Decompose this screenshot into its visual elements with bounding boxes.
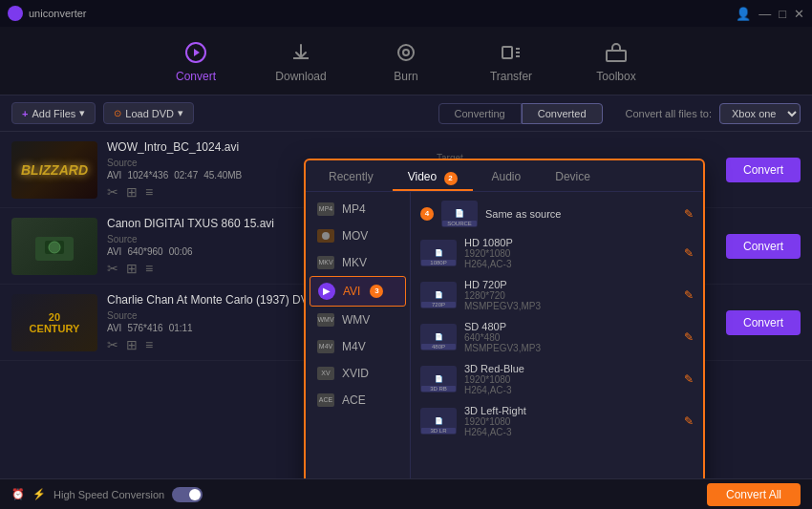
hd720-icon: 📄 720P — [420, 282, 457, 308]
format-mkv-label: MKV — [342, 256, 367, 269]
nav-download-label: Download — [275, 70, 326, 83]
add-files-chevron: ▾ — [79, 107, 85, 119]
preset-sd480-edit[interactable]: ✎ — [684, 330, 694, 344]
load-dvd-button[interactable]: ⊙ Load DVD ▾ — [103, 102, 194, 124]
preset-3d-rb-edit[interactable]: ✎ — [684, 372, 694, 386]
tab-converted[interactable]: Converted — [522, 103, 603, 124]
settings-icon-3[interactable]: ⊞ — [126, 337, 138, 352]
cut-icon-3[interactable]: ✂ — [107, 337, 118, 352]
speed-toggle[interactable] — [172, 487, 203, 502]
play-icon: ▶ — [318, 283, 335, 300]
preset-list: 4 📄 SOURCE Same as source ✎ 📄 1080P — [411, 192, 703, 478]
add-files-button[interactable]: + Add Files ▾ — [11, 102, 96, 124]
cut-icon-2[interactable]: ✂ — [107, 261, 118, 276]
preset-3d-lr-detail2: H264,AC-3 — [464, 427, 676, 437]
format-m4v[interactable]: M4V M4V — [306, 333, 410, 360]
badge-4: 4 — [420, 207, 434, 221]
nav-burn-label: Burn — [394, 70, 417, 83]
convert-area-3: Convert — [726, 310, 801, 335]
preset-3d-rb-detail1: 1920*1080 — [464, 374, 676, 385]
load-dvd-label: Load DVD — [125, 108, 174, 119]
preset-hd1080[interactable]: 📄 1080P HD 1080P 1920*1080 H264,AC-3 ✎ — [415, 232, 699, 274]
charlie-thumbnail: 20CENTURY — [11, 294, 97, 351]
nav-convert[interactable]: Convert — [162, 39, 229, 83]
sd480-icon: 📄 480P — [420, 324, 457, 350]
user-icon[interactable]: 👤 — [736, 7, 751, 21]
mov-icon — [317, 229, 334, 243]
toolbox-icon — [603, 39, 630, 66]
convert-area-2: Convert — [726, 234, 801, 259]
close-icon[interactable]: ✕ — [794, 7, 804, 21]
badge-2: 2 — [444, 172, 458, 185]
convert-button-2[interactable]: Convert — [726, 234, 801, 259]
format-mov[interactable]: MOV — [306, 223, 410, 249]
preset-same-source[interactable]: 4 📄 SOURCE Same as source ✎ — [415, 196, 699, 232]
nav-transfer-label: Transfer — [490, 70, 532, 83]
window-controls: 👤 — □ ✕ — [736, 7, 804, 21]
convert-all-button[interactable]: Convert All — [707, 483, 801, 506]
format-wmv[interactable]: WMV WMV — [306, 307, 410, 333]
settings-icon-2[interactable]: ⊞ — [126, 261, 138, 276]
source-format-1: AVI — [107, 170, 121, 180]
menu-icon-3[interactable]: ≡ — [145, 337, 153, 352]
top-nav: Convert Download Burn Transfer — [0, 27, 812, 95]
nav-burn[interactable]: Burn — [373, 39, 439, 83]
format-avi[interactable]: ▶ AVI 3 — [310, 276, 406, 307]
menu-icon-1[interactable]: ≡ — [145, 184, 153, 200]
nav-toolbox[interactable]: Toolbox — [583, 39, 650, 83]
speed-label: High Speed Conversion — [53, 489, 164, 500]
file-thumb-1: BLIZZARD — [11, 141, 97, 199]
bottom-left: ⏰ ⚡ High Speed Conversion — [11, 487, 203, 502]
3d-lr-icon: 📄 3D LR — [420, 408, 457, 435]
preset-3d-rb-detail2: H264,AC-3 — [464, 385, 676, 395]
file-thumb-2 — [11, 218, 97, 275]
format-ace[interactable]: ACE ACE — [306, 387, 410, 414]
preset-hd1080-detail2: H264,AC-3 — [464, 259, 676, 269]
nav-download[interactable]: Download — [267, 39, 334, 83]
title-bar: uniconverter 👤 — □ ✕ — [0, 0, 812, 27]
source-format-3: AVI — [107, 323, 121, 333]
format-mkv[interactable]: MKV MKV — [306, 249, 410, 276]
dropdown-tab-device[interactable]: Device — [540, 166, 606, 191]
nav-transfer[interactable]: Transfer — [478, 39, 545, 83]
source-time-1: 02:47 — [174, 170, 198, 180]
convert-button-1[interactable]: Convert — [726, 158, 801, 182]
convert-all-select[interactable]: Xbox one — [719, 103, 801, 124]
preset-3d-lr[interactable]: 📄 3D LR 3D Left-Right 1920*1080 H264,AC-… — [415, 400, 699, 442]
convert-area-1: Convert — [726, 158, 801, 182]
preset-3d-rb[interactable]: 📄 3D RB 3D Red-Blue 1920*1080 H264,AC-3 … — [415, 358, 699, 400]
dropdown-tab-audio[interactable]: Audio — [477, 166, 537, 191]
cut-icon-1[interactable]: ✂ — [107, 184, 118, 200]
nav-toolbox-label: Toolbox — [596, 70, 635, 83]
source-time-2: 00:06 — [169, 246, 193, 257]
convert-button-3[interactable]: Convert — [726, 310, 801, 335]
preset-3d-rb-label: 3D Red-Blue — [464, 363, 676, 374]
preset-sd480-detail2: MSMPEGV3,MP3 — [464, 343, 676, 353]
source-res-1: 1024*436 — [127, 170, 168, 180]
format-list: MP4 MP4 MOV MKV MKV ▶ AVI 3 — [306, 192, 411, 478]
burn-icon — [393, 39, 419, 66]
menu-icon-2[interactable]: ≡ — [145, 261, 153, 276]
preset-sd480[interactable]: 📄 480P SD 480P 640*480 MSMPEGV3,MP3 ✎ — [415, 316, 699, 358]
blizzard-logo: BLIZZARD — [21, 162, 88, 178]
toolbar: + Add Files ▾ ⊙ Load DVD ▾ Converting Co… — [0, 95, 812, 132]
settings-icon-1[interactable]: ⊞ — [126, 184, 138, 200]
tab-converting[interactable]: Converting — [438, 103, 522, 124]
preset-same-source-edit[interactable]: ✎ — [684, 207, 694, 221]
preset-hd1080-label: HD 1080P — [464, 237, 676, 248]
preset-hd1080-edit[interactable]: ✎ — [684, 246, 694, 260]
format-mp4[interactable]: MP4 MP4 — [306, 196, 410, 223]
speed-icon: ⚡ — [32, 488, 46, 500]
minimize-icon[interactable]: — — [759, 7, 771, 21]
preset-hd720[interactable]: 📄 720P HD 720P 1280*720 MSMPEGV3,MP3 ✎ — [415, 274, 699, 316]
preset-hd720-detail2: MSMPEGV3,MP3 — [464, 301, 676, 311]
dropdown-tab-video[interactable]: Video 2 — [393, 166, 473, 191]
preset-hd1080-detail1: 1920*1080 — [464, 248, 676, 259]
convert-icon — [182, 39, 209, 66]
maximize-icon[interactable]: □ — [779, 7, 786, 21]
preset-hd720-edit[interactable]: ✎ — [684, 288, 694, 302]
format-xvid[interactable]: XV XVID — [306, 360, 410, 387]
dropdown-tab-recently[interactable]: Recently — [313, 166, 389, 191]
add-files-label: Add Files — [32, 108, 75, 119]
preset-3d-lr-edit[interactable]: ✎ — [684, 414, 694, 428]
